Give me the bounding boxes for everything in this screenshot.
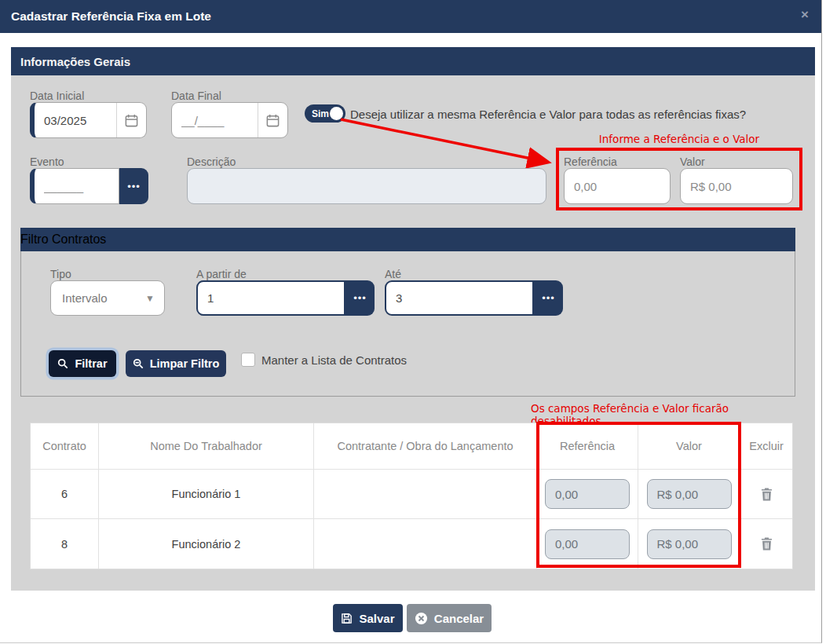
valor-field-wrap [680,168,793,204]
modal-title: Cadastrar Referência Fixa em Lote [0,9,211,24]
data-final-field-wrap [171,102,288,138]
ellipsis-icon: ••• [353,292,367,304]
table-row-excluir-cell [740,470,792,519]
evento-field-group: ••• [30,168,148,204]
cancel-circle-icon [415,612,428,625]
table-row-referencia-cell: 0,00 [537,470,638,519]
section-filtro-contratos-title: Filtro Contratos [20,232,106,247]
col-header-contrato: Contrato [31,423,99,470]
col-header-contratante: Contratante / Obra do Lançamento [314,423,537,470]
limpar-filtro-button[interactable]: Limpar Filtro [126,350,226,377]
table-row-nome: Funcionário 2 [99,519,314,569]
section-filtro-contratos-header: Filtro Contratos [20,228,795,251]
col-header-nome: Nome Do Trabalhador [99,423,314,470]
table-row-contrato: 6 [31,470,99,519]
a-partir-de-lookup-button[interactable]: ••• [345,280,375,316]
search-icon [57,358,68,369]
evento-lookup-button[interactable]: ••• [119,168,148,204]
search-minus-icon [133,358,144,369]
tipo-label: Tipo [50,268,71,280]
tipo-select[interactable]: Intervalo ▼ [50,280,165,316]
descricao-label: Descrição [187,156,236,168]
annotation-informe: Informe a Referência e o Valor [556,133,802,145]
filtrar-button-label: Filtrar [75,357,107,370]
a-partir-de-input[interactable] [196,280,345,316]
salvar-button-label: Salvar [359,612,394,625]
section-informacoes-gerais-title: Informações Gerais [11,55,130,68]
valor-input[interactable] [680,168,793,204]
evento-input[interactable] [30,168,119,204]
table-row-contrato: 8 [31,519,99,569]
modal-titlebar: Cadastrar Referência Fixa em Lote × [0,0,821,33]
a-partir-de-label: A partir de [196,268,247,280]
data-inicial-label: Data Inicial [30,90,84,102]
ate-label: Até [385,268,401,280]
referencia-field-wrap [564,168,671,204]
cancelar-button[interactable]: Cancelar [407,604,492,632]
ate-input[interactable] [385,280,534,316]
sim-toggle-label: Sim [305,108,329,119]
data-final-label: Data Final [171,90,221,102]
close-icon[interactable]: × [801,8,809,21]
trash-icon[interactable] [761,537,773,551]
chevron-down-icon: ▼ [145,293,164,304]
table-row-contratante [314,519,537,569]
contratos-table: Contrato Nome Do Trabalhador Contratante… [30,423,793,569]
ate-lookup-button[interactable]: ••• [534,280,563,316]
table-row-contratante [314,470,537,519]
a-partir-de-field-group: ••• [196,280,375,316]
table-row-referencia-cell: 0,00 [537,519,638,569]
table-row-valor-cell: R$ 0,00 [638,470,740,519]
calendar-icon[interactable] [116,103,146,137]
manter-lista-checkbox[interactable] [241,353,255,367]
ellipsis-icon: ••• [542,292,555,304]
descricao-input [187,168,546,204]
filtrar-button[interactable]: Filtrar [49,350,116,377]
salvar-button[interactable]: Salvar [333,604,403,632]
table-row-valor-cell: R$ 0,00 [638,519,740,569]
ellipsis-icon: ••• [127,181,141,192]
col-header-valor: Valor [638,423,740,470]
toggle-knob [330,107,343,120]
manter-lista-checkbox-label: Manter a Lista de Contratos [261,353,407,367]
row-valor-input-disabled: R$ 0,00 [647,529,732,559]
question-text: Deseja utilizar a mesma Referência e Val… [350,108,746,121]
referencia-input[interactable] [564,168,671,204]
section-informacoes-gerais-header: Informações Gerais [11,47,815,75]
row-valor-input-disabled: R$ 0,00 [647,479,732,509]
tipo-select-value: Intervalo [51,291,145,305]
cancelar-button-label: Cancelar [434,612,484,625]
calendar-icon[interactable] [258,103,287,137]
trash-icon[interactable] [761,488,773,501]
ate-field-group: ••• [385,280,563,316]
referencia-label: Referência [564,156,617,168]
descricao-field-wrap [187,168,546,204]
table-row-excluir-cell [740,519,792,569]
row-referencia-input-disabled: 0,00 [545,529,630,559]
table-row-nome: Funcionário 1 [99,470,314,519]
row-referencia-input-disabled: 0,00 [545,479,630,509]
col-header-excluir: Excluir [740,423,792,470]
limpar-filtro-button-label: Limpar Filtro [150,357,220,370]
save-icon [341,613,353,624]
modal-cadastrar-referencia: Cadastrar Referência Fixa em Lote × Info… [0,0,822,643]
sim-toggle[interactable]: Sim [305,104,345,123]
data-inicial-field-wrap [30,102,147,138]
evento-label: Evento [30,156,64,168]
valor-label: Valor [680,156,705,168]
col-header-referencia: Referência [537,423,638,470]
